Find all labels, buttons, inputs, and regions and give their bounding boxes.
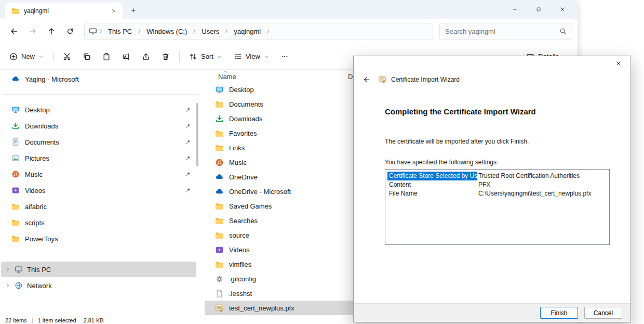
search-icon: [559, 28, 567, 35]
folder-icon: [11, 235, 20, 243]
cut-button[interactable]: [58, 47, 76, 66]
chevron-right-icon[interactable]: [5, 283, 10, 288]
certificate-icon: [215, 304, 224, 313]
sidebar-item-network[interactable]: Network: [1, 278, 196, 293]
new-button[interactable]: New: [4, 47, 49, 66]
music-icon: [11, 170, 20, 178]
this-pc-icon: [89, 27, 97, 35]
sidebar-item-downloads[interactable]: Downloads: [1, 118, 196, 134]
up-button[interactable]: [43, 22, 60, 40]
ellipsis-icon: [280, 53, 289, 61]
breadcrumb-yaqingmi[interactable]: yaqingmi: [230, 26, 264, 37]
up-arrow-icon: [47, 27, 56, 35]
folder-icon: [215, 129, 224, 138]
setting-value: PFX: [478, 180, 490, 189]
window-controls: [503, 0, 574, 18]
cut-icon: [63, 53, 71, 61]
chevron-right-icon: [192, 29, 197, 34]
back-arrow-icon: [363, 76, 370, 83]
rename-button[interactable]: [117, 47, 136, 66]
tab-close-button[interactable]: [108, 5, 119, 17]
breadcrumb-users[interactable]: Users: [198, 26, 223, 37]
folder-icon: [215, 216, 224, 225]
sidebar-item-music[interactable]: Music: [1, 166, 196, 182]
copy-button[interactable]: [77, 47, 96, 66]
screen: yaqingmi This PC Windows (C:): [0, 0, 644, 324]
refresh-icon: [66, 28, 74, 35]
setting-row-certificate-store[interactable]: Certificate Store Selected by User Trust…: [387, 172, 607, 180]
this-pc-icon: [15, 265, 23, 274]
close-button[interactable]: [551, 0, 574, 18]
sidebar-item-desktop[interactable]: Desktop: [1, 102, 196, 118]
explorer-tab[interactable]: yaqingmi: [5, 3, 123, 19]
sidebar-item-onedrive[interactable]: Yaqing - Microsoft: [1, 71, 196, 87]
status-divider: [32, 318, 33, 323]
column-header-name[interactable]: Name: [218, 73, 348, 81]
new-plus-icon: [9, 53, 18, 61]
folder-icon: [11, 7, 20, 15]
sidebar-item-documents[interactable]: Documents: [1, 134, 196, 150]
certificate-icon: [378, 75, 386, 84]
sort-icon: [189, 53, 197, 61]
certificate-import-wizard-dialog: Certificate Import Wizard Completing the…: [353, 56, 631, 322]
setting-key: File Name: [387, 189, 477, 198]
chevron-down-icon: [217, 54, 222, 59]
maximize-button[interactable]: [527, 0, 551, 18]
pin-icon: [185, 171, 191, 177]
breadcrumb-this-pc[interactable]: This PC: [104, 26, 136, 37]
sidebar-item-videos[interactable]: Videos: [1, 183, 196, 198]
setting-key: Content: [387, 180, 477, 189]
forward-arrow-icon: [29, 27, 37, 35]
refresh-button[interactable]: [61, 22, 79, 40]
copy-icon: [83, 53, 91, 61]
finish-button[interactable]: Finish: [540, 307, 578, 319]
setting-row-content[interactable]: Content PFX: [387, 180, 607, 189]
view-button[interactable]: View: [229, 47, 274, 66]
pin-icon: [185, 139, 191, 145]
setting-row-file-name[interactable]: File Name C:\Users\yaqingmi\test_cert_ne…: [387, 189, 607, 198]
settings-list[interactable]: Certificate Store Selected by User Trust…: [385, 169, 610, 245]
videos-icon: [215, 245, 224, 254]
sidebar-item-this-pc[interactable]: This PC: [1, 262, 196, 277]
forward-button[interactable]: [24, 22, 42, 40]
new-label: New: [21, 53, 35, 60]
dialog-footer: Finish Cancel: [354, 303, 630, 322]
sidebar-item-aifabric[interactable]: aifabric: [1, 199, 196, 214]
rename-icon: [122, 53, 130, 61]
minimize-icon: [512, 6, 518, 12]
share-button[interactable]: [137, 47, 155, 66]
dialog-close-button[interactable]: [607, 57, 630, 70]
minimize-button[interactable]: [503, 0, 527, 18]
view-icon: [234, 53, 242, 61]
sort-button[interactable]: Sort: [184, 47, 227, 66]
folder-icon: [215, 100, 224, 109]
search-placeholder: Search yaqingmi: [445, 28, 559, 35]
folder-icon: [215, 144, 224, 152]
paste-button[interactable]: [97, 47, 116, 66]
desktop-icon: [11, 106, 20, 114]
new-tab-button[interactable]: [128, 5, 139, 16]
delete-button[interactable]: [156, 47, 175, 66]
gear-icon: [215, 275, 224, 283]
downloads-icon: [11, 122, 20, 130]
sidebar-scrollbar[interactable]: [196, 103, 198, 166]
sidebar-item-powertoys[interactable]: PowerToys: [1, 231, 196, 247]
sidebar-item-scripts[interactable]: scripts: [1, 215, 196, 230]
paste-icon: [102, 53, 111, 61]
chevron-right-icon[interactable]: [5, 267, 10, 272]
cancel-button[interactable]: Cancel: [584, 307, 622, 319]
view-label: View: [246, 53, 260, 60]
search-box[interactable]: Search yaqingmi: [439, 23, 572, 40]
toolbar-divider: [53, 51, 53, 62]
close-icon: [559, 6, 566, 12]
dialog-back-button[interactable]: [360, 73, 373, 86]
folder-icon: [11, 218, 20, 227]
more-options-button[interactable]: [275, 47, 294, 66]
back-arrow-icon: [10, 27, 18, 35]
pin-icon: [185, 107, 191, 113]
breadcrumb-windows-c[interactable]: Windows (C:): [143, 26, 191, 37]
dialog-title: Certificate Import Wizard: [391, 76, 460, 83]
back-button[interactable]: [5, 22, 23, 40]
plus-icon: [130, 7, 137, 14]
sidebar-item-pictures[interactable]: Pictures: [1, 150, 196, 166]
